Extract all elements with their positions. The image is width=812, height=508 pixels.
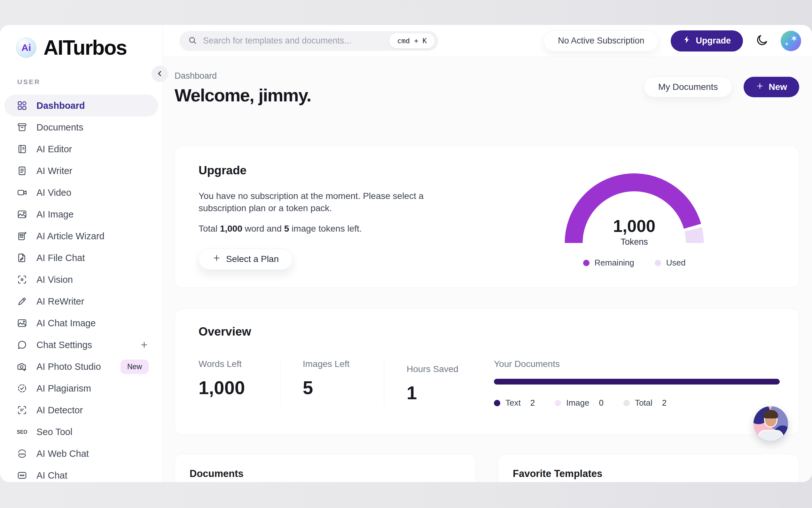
favorite-templates-card: Favorite Templates [498, 454, 799, 482]
fountain-pen-icon [17, 296, 28, 307]
select-plan-button[interactable]: Select a Plan [198, 249, 292, 270]
upgrade-button[interactable]: Upgrade [671, 30, 743, 51]
picture-icon [17, 318, 28, 329]
sidebar-item-ai-article-wizard[interactable]: AI Article Wizard [4, 225, 158, 247]
legend-text-docs: Text 2 [494, 398, 535, 408]
top-header: cmd + K No Active Subscription Upgrade [163, 25, 812, 57]
sidebar-item-seo-tool[interactable]: SEO Seo Tool [4, 421, 158, 443]
sidebar-item-ai-video[interactable]: AI Video [4, 182, 158, 204]
support-chat-avatar[interactable] [754, 406, 788, 441]
your-documents-label: Your Documents [494, 359, 780, 369]
legend-used: Used [655, 258, 686, 268]
your-documents-block: Your Documents Text 2 Image [494, 359, 780, 408]
video-camera-icon [17, 187, 28, 198]
svg-text:SEO: SEO [17, 429, 28, 435]
documents-progress-bar [494, 379, 780, 384]
svg-text:www: www [18, 452, 26, 456]
tokens-gauge-chart: 1,000 Tokens [562, 173, 706, 248]
legend-total-docs: Total 2 [623, 398, 667, 408]
sidebar-item-ai-photo-studio[interactable]: AI Photo Studio New [4, 356, 158, 378]
brand-name: AITurbos [44, 36, 127, 59]
dashed-circle-check-icon [17, 383, 28, 394]
tokens-gauge-center: 1,000 Tokens [562, 216, 706, 247]
subscription-status-button[interactable]: No Active Subscription [543, 30, 659, 51]
image-dot-icon [555, 400, 561, 406]
scan-lines-icon [17, 405, 28, 416]
sidebar-item-ai-rewriter[interactable]: AI ReWriter [4, 291, 158, 312]
sparkle-icon: ✶ [790, 33, 798, 44]
used-dot-icon [655, 260, 661, 266]
plus-icon [756, 82, 764, 92]
total-dot-icon [623, 400, 630, 406]
app-window: Ai AITurbos USER Dashboard [0, 25, 812, 482]
stat-images-left: Images Left 5 [280, 359, 384, 407]
picture-icon [17, 209, 28, 220]
user-avatar[interactable]: ✶ ✶ [781, 31, 801, 51]
favorite-templates-card-title: Favorite Templates [513, 468, 784, 479]
upgrade-card-text: Upgrade You have no subscription at the … [198, 164, 562, 270]
sidebar-item-chat-settings[interactable]: Chat Settings [4, 334, 158, 356]
search-bar[interactable]: cmd + K [179, 31, 438, 51]
bottom-cards-row: Documents Favorite Templates [175, 454, 799, 482]
sidebar-item-ai-web-chat[interactable]: www AI Web Chat [4, 443, 158, 465]
avatar-person [763, 410, 778, 418]
sidebar-item-ai-editor[interactable]: AI Editor [4, 138, 158, 160]
sidebar-item-ai-chat-image[interactable]: AI Chat Image [4, 312, 158, 334]
upgrade-card-title: Upgrade [198, 164, 562, 177]
new-button[interactable]: New [744, 77, 799, 97]
main-area: cmd + K No Active Subscription Upgrade [163, 25, 812, 482]
sidebar-item-ai-detector[interactable]: AI Detector [4, 399, 158, 421]
search-shortcut-hint: cmd + K [389, 33, 434, 48]
document-lines-icon [17, 165, 28, 176]
screen: Ai AITurbos USER Dashboard [0, 0, 812, 508]
upgrade-card: Upgrade You have no subscription at the … [175, 145, 799, 288]
overview-stats-row: Words Left 1,000 Images Left 5 Hours Sav… [198, 359, 780, 408]
dark-mode-toggle[interactable] [755, 34, 768, 48]
crescent-moon-icon [755, 34, 768, 48]
sidebar-item-ai-vision[interactable]: AI Vision [4, 269, 158, 291]
new-badge: New [121, 359, 149, 374]
scan-eye-icon [17, 274, 28, 285]
lightning-bolt-icon [683, 36, 691, 46]
brand: Ai AITurbos [16, 36, 163, 59]
legend-remaining: Remaining [583, 258, 634, 268]
documents-card: Documents [175, 454, 476, 482]
notebook-icon [17, 144, 28, 155]
sidebar-item-ai-image[interactable]: AI Image [4, 204, 158, 225]
search-icon [188, 36, 197, 46]
chat-bubble-icon [17, 339, 28, 350]
sidebar-section-label: USER [17, 78, 163, 86]
overview-card: Overview Words Left 1,000 Images Left 5 … [175, 309, 799, 435]
tokens-gauge-legend: Remaining Used [583, 258, 686, 268]
sidebar-nav: Dashboard Documents AI Editor [4, 95, 158, 482]
plus-icon [212, 254, 221, 264]
upgrade-card-total: Total 1,000 word and 5 image tokens left… [198, 224, 562, 234]
legend-image-docs: Image 0 [555, 398, 604, 408]
remaining-dot-icon [583, 260, 589, 266]
overview-card-title: Overview [198, 325, 780, 338]
article-sparkle-icon [17, 230, 28, 242]
documents-card-title: Documents [190, 468, 461, 479]
sidebar-item-ai-plagiarism[interactable]: AI Plagiarism [4, 378, 158, 399]
page-actions: My Documents New [644, 77, 799, 97]
tokens-unit-label: Tokens [562, 237, 706, 247]
chat-settings-add-icon[interactable] [140, 340, 149, 349]
sidebar-item-documents[interactable]: Documents [4, 117, 158, 138]
sidebar-collapse-button[interactable] [151, 66, 168, 82]
stat-hours-saved: Hours Saved 1 [384, 359, 494, 404]
tokens-remaining-value: 1,000 [562, 216, 706, 236]
chevron-left-icon [156, 70, 164, 78]
sidebar-item-ai-file-chat[interactable]: AI File Chat [4, 247, 158, 269]
file-pen-icon [17, 252, 28, 263]
sidebar-item-ai-chat[interactable]: AI Chat [4, 465, 158, 482]
sidebar-item-ai-writer[interactable]: AI Writer [4, 160, 158, 182]
chat-dots-icon [17, 470, 28, 481]
my-documents-button[interactable]: My Documents [644, 77, 732, 97]
sidebar: Ai AITurbos USER Dashboard [0, 25, 163, 482]
dashboard-grid-icon [17, 100, 28, 111]
sidebar-item-dashboard[interactable]: Dashboard [4, 95, 158, 117]
upgrade-card-description: You have no subscription at the moment. … [198, 190, 453, 214]
tokens-gauge: 1,000 Tokens Remaining Used [562, 164, 706, 270]
www-globe-icon: www [17, 448, 28, 459]
search-input[interactable] [203, 36, 384, 46]
